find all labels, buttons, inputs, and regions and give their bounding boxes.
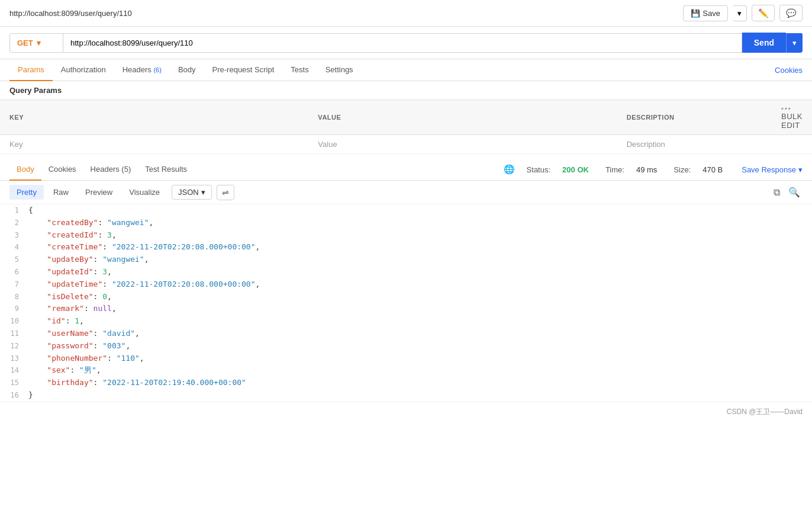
json-line: 1{ bbox=[0, 204, 812, 217]
json-line: 14 "sex": "男", bbox=[0, 364, 812, 377]
json-line: 11 "userName": "david", bbox=[0, 328, 812, 340]
bulk-edit-button[interactable]: Bulk Edit bbox=[781, 112, 803, 130]
copy-button[interactable]: ⧉ bbox=[771, 184, 782, 200]
wrap-lines-button[interactable]: ⇌ bbox=[217, 185, 234, 200]
query-params-header: Query Params bbox=[0, 81, 812, 100]
url-input[interactable] bbox=[63, 33, 742, 53]
fmt-tab-pretty[interactable]: Pretty bbox=[9, 185, 44, 200]
fmt-tab-visualize[interactable]: Visualize bbox=[122, 185, 167, 200]
json-line: 6 "updateId": 3, bbox=[0, 266, 812, 278]
send-main-button[interactable]: Send bbox=[742, 33, 786, 53]
line-content: "remark": null, bbox=[28, 303, 812, 315]
save-response-button[interactable]: Save Response ▾ bbox=[742, 165, 803, 174]
send-button-group: Send ▾ bbox=[742, 33, 803, 53]
time-value: 49 ms bbox=[636, 165, 657, 174]
col-header-value: VALUE bbox=[308, 100, 617, 135]
size-value: 470 B bbox=[703, 165, 723, 174]
line-content: "createdId": 3, bbox=[28, 229, 812, 242]
save-dropdown[interactable]: ▾ bbox=[733, 5, 747, 21]
line-number: 8 bbox=[0, 291, 28, 303]
save-button[interactable]: 💾 Save bbox=[683, 5, 728, 21]
three-dots-icon: ••• bbox=[781, 105, 792, 112]
json-line: 2 "createdBy": "wangwei", bbox=[0, 217, 812, 229]
line-number: 5 bbox=[0, 254, 28, 265]
line-content: "password": "003", bbox=[28, 340, 812, 352]
json-line: 16} bbox=[0, 389, 812, 402]
row-actions bbox=[772, 135, 812, 154]
line-content: "updateId": 3, bbox=[28, 266, 812, 278]
globe-icon: 🌐 bbox=[504, 164, 515, 175]
line-content: "birthday": "2022-11-20T02:19:40.000+00:… bbox=[28, 377, 812, 389]
line-content: "isDelete": 0, bbox=[28, 291, 812, 303]
request-tabs-row: Params Authorization Headers (6) Body Pr… bbox=[0, 59, 812, 81]
page-title: http://localhost:8099/user/query/110 bbox=[9, 9, 132, 18]
send-dropdown-button[interactable]: ▾ bbox=[786, 33, 803, 53]
line-content: "createTime": "2022-11-20T02:20:08.000+0… bbox=[28, 241, 812, 254]
json-line: 9 "remark": null, bbox=[0, 303, 812, 315]
tab-authorization[interactable]: Authorization bbox=[53, 59, 114, 81]
line-content: "id": 1, bbox=[28, 315, 812, 328]
json-line: 3 "createdId": 3, bbox=[0, 229, 812, 242]
line-content: "phoneNumber": "110", bbox=[28, 352, 812, 365]
json-format-label: JSON bbox=[178, 188, 199, 197]
line-number: 11 bbox=[0, 328, 28, 339]
line-content: "createdBy": "wangwei", bbox=[28, 217, 812, 229]
method-select[interactable]: GET ▾ bbox=[9, 33, 63, 53]
description-cell[interactable]: Description bbox=[617, 135, 772, 154]
fmt-tab-preview[interactable]: Preview bbox=[78, 185, 120, 200]
col-header-description: DESCRIPTION bbox=[617, 100, 772, 135]
json-format-select[interactable]: JSON ▾ bbox=[172, 185, 212, 200]
status-value: 200 OK bbox=[562, 165, 589, 174]
tab-settings[interactable]: Settings bbox=[317, 59, 362, 81]
comment-icon-button[interactable]: 💬 bbox=[779, 5, 803, 21]
response-tab-test-results[interactable]: Test Results bbox=[138, 159, 194, 181]
line-number: 6 bbox=[0, 267, 28, 278]
status-label: Status: bbox=[527, 165, 550, 174]
response-tab-body[interactable]: Body bbox=[9, 159, 41, 181]
line-content: } bbox=[28, 389, 812, 402]
json-line: 5 "updateBy": "wangwei", bbox=[0, 254, 812, 266]
fmt-tab-raw[interactable]: Raw bbox=[46, 185, 76, 200]
json-line: 4 "createTime": "2022-11-20T02:20:08.000… bbox=[0, 241, 812, 254]
tab-params[interactable]: Params bbox=[9, 59, 53, 81]
json-line: 13 "phoneNumber": "110", bbox=[0, 352, 812, 365]
edit-icon-button[interactable]: ✏️ bbox=[752, 5, 775, 21]
json-line: 8 "isDelete": 0, bbox=[0, 291, 812, 303]
time-label: Time: bbox=[605, 165, 624, 174]
top-bar-actions: 💾 Save ▾ ✏️ 💬 bbox=[683, 5, 803, 21]
params-table-header-row: KEY VALUE DESCRIPTION ••• Bulk Edit bbox=[0, 100, 812, 135]
cookies-link[interactable]: Cookies bbox=[775, 60, 803, 81]
line-content: "userName": "david", bbox=[28, 328, 812, 340]
value-cell[interactable]: Value bbox=[308, 135, 617, 154]
line-number: 3 bbox=[0, 230, 28, 241]
line-number: 13 bbox=[0, 353, 28, 364]
save-icon: 💾 bbox=[691, 9, 700, 18]
save-response-chevron-icon: ▾ bbox=[798, 165, 803, 174]
response-tab-cookies[interactable]: Cookies bbox=[41, 159, 83, 181]
line-content: "updateBy": "wangwei", bbox=[28, 254, 812, 266]
line-number: 14 bbox=[0, 365, 28, 376]
json-line: 10 "id": 1, bbox=[0, 315, 812, 328]
response-tab-headers[interactable]: Headers (5) bbox=[83, 159, 138, 181]
line-number: 1 bbox=[0, 205, 28, 216]
json-line: 7 "updateTime": "2022-11-20T02:20:08.000… bbox=[0, 278, 812, 291]
watermark: CSDN @王卫——David bbox=[0, 402, 812, 422]
method-chevron-icon: ▾ bbox=[37, 39, 41, 47]
tab-tests[interactable]: Tests bbox=[282, 59, 317, 81]
response-status-bar: 🌐 Status: 200 OK Time: 49 ms Size: 470 B… bbox=[494, 164, 803, 175]
line-content: "sex": "男", bbox=[28, 364, 812, 377]
tab-headers[interactable]: Headers (6) bbox=[114, 59, 170, 81]
tab-pre-request-script[interactable]: Pre-request Script bbox=[204, 59, 283, 81]
json-viewer[interactable]: 1{2 "createdBy": "wangwei",3 "createdId"… bbox=[0, 204, 812, 402]
line-number: 7 bbox=[0, 279, 28, 290]
line-number: 10 bbox=[0, 316, 28, 327]
line-number: 4 bbox=[0, 242, 28, 253]
params-table: KEY VALUE DESCRIPTION ••• Bulk Edit Key … bbox=[0, 100, 812, 154]
table-row: Key Value Description bbox=[0, 135, 812, 154]
key-cell[interactable]: Key bbox=[0, 135, 308, 154]
format-toolbar-right: ⧉ 🔍 bbox=[771, 184, 803, 200]
size-label: Size: bbox=[674, 165, 691, 174]
json-container: 1{2 "createdBy": "wangwei",3 "createdId"… bbox=[0, 204, 812, 402]
search-button[interactable]: 🔍 bbox=[786, 184, 803, 200]
tab-body[interactable]: Body bbox=[170, 59, 204, 81]
